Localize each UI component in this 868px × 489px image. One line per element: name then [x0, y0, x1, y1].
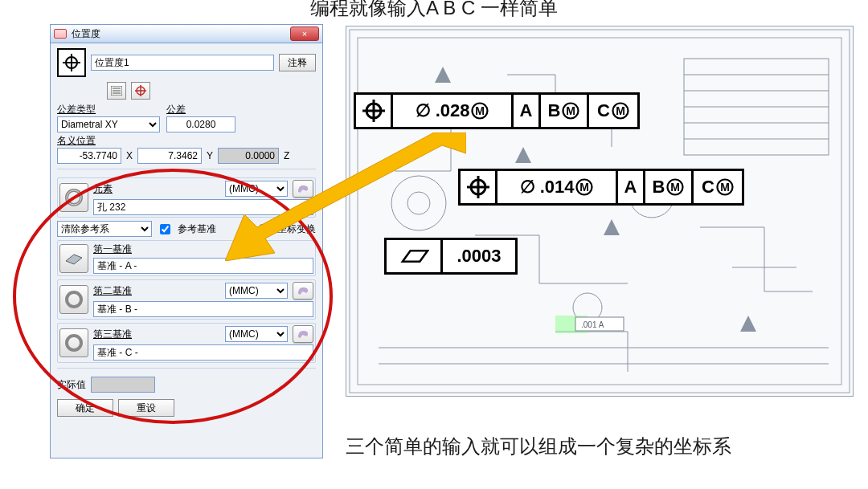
svg-text:M: M [720, 181, 730, 194]
list-icon-button[interactable] [107, 82, 126, 100]
nominal-y-axis-label: Y [207, 150, 213, 161]
fcf1-datum-b: B [548, 100, 561, 121]
mmc-icon: M [562, 102, 579, 120]
fcf1-datum-a: A [514, 95, 541, 127]
reset-button[interactable]: 重设 [118, 399, 174, 417]
ref-datum-checkbox[interactable] [160, 224, 170, 234]
ok-button[interactable]: 确定 [57, 399, 113, 417]
datum1-value-input[interactable] [93, 258, 313, 274]
coord-transform-checkbox[interactable] [260, 224, 270, 234]
datum2-label: 第二基准 [93, 284, 220, 298]
coord-transform-label: 坐标变换 [277, 222, 316, 236]
ref-datum-label: 参考基准 [178, 222, 216, 236]
element-palette-button[interactable] [293, 180, 313, 198]
fcf1-tolerance: .028 [436, 100, 470, 121]
datum2-value-input[interactable] [93, 301, 313, 317]
circle-icon [63, 289, 84, 310]
element-mmc-select[interactable]: (MMC) [225, 181, 288, 197]
circle-icon [63, 332, 84, 353]
palette-icon [297, 184, 309, 194]
true-position-icon [63, 54, 80, 71]
mmc-icon: M [612, 102, 629, 120]
target-icon-button[interactable] [131, 82, 150, 100]
tolerance-type-select[interactable]: Diametral XY [57, 116, 160, 132]
flatness-value: .0003 [443, 240, 515, 272]
nominal-label: 名义位置 [57, 134, 316, 148]
list-icon [111, 86, 122, 96]
svg-marker-32 [604, 219, 620, 235]
fcf2-datum-c: C [702, 177, 714, 198]
blueprint-drawing: .001 A [346, 26, 854, 397]
caption-top: 编程就像输入A B C 一样简单 [0, 0, 868, 21]
annotate-button[interactable]: 注释 [279, 54, 316, 71]
clear-reference-select[interactable]: 清除参考系 [57, 221, 152, 237]
dialog-titlebar[interactable]: 位置度 × [51, 25, 322, 43]
svg-marker-33 [740, 316, 756, 332]
datum3-palette-button[interactable] [293, 325, 313, 343]
mmc-icon: M [666, 178, 684, 196]
target-icon [135, 85, 146, 96]
svg-text:M: M [671, 181, 681, 194]
fcf2-datum-b: B [653, 177, 665, 198]
fcf-callout-1: ∅ .028 M A B M C M [354, 92, 640, 129]
svg-text:M: M [567, 104, 576, 117]
tolerance-input[interactable] [166, 116, 235, 132]
palette-icon [297, 329, 309, 339]
true-position-icon-box [57, 48, 86, 77]
svg-point-14 [67, 336, 81, 350]
feature-name-input[interactable] [91, 55, 274, 71]
palette-icon [297, 286, 309, 295]
datum1-pick-button[interactable] [59, 244, 88, 273]
circle-icon [63, 187, 84, 208]
nominal-x-axis-label: X [126, 150, 133, 161]
plane-icon [63, 250, 85, 267]
element-label: 元素 [93, 182, 220, 196]
datum3-pick-button[interactable] [59, 328, 88, 357]
svg-point-18 [407, 192, 430, 214]
svg-rect-16 [358, 38, 841, 385]
svg-rect-15 [350, 30, 850, 393]
mmc-icon: M [575, 178, 593, 196]
datum3-value-input[interactable] [93, 344, 313, 361]
datum2-pick-button[interactable] [59, 285, 88, 314]
element-pick-button[interactable] [59, 183, 88, 212]
fcf2-tolerance: .014 [540, 177, 575, 198]
dialog-app-icon [54, 29, 67, 39]
svg-marker-31 [515, 147, 531, 163]
tolerance-label: 公差 [166, 103, 235, 116]
close-button[interactable]: × [290, 26, 319, 41]
fcf2-datum-a: A [618, 171, 645, 203]
svg-text:M: M [616, 104, 625, 117]
svg-point-17 [391, 176, 446, 230]
nominal-z-input [218, 148, 279, 164]
element-value-input[interactable] [93, 199, 313, 215]
caption-bottom: 三个简单的输入就可以组成一个复杂的坐标系 [346, 434, 852, 459]
actual-value-output [91, 377, 155, 393]
svg-text:M: M [476, 104, 485, 117]
nominal-y-input[interactable] [137, 148, 202, 164]
svg-marker-12 [66, 255, 82, 264]
nominal-x-input[interactable] [57, 148, 121, 164]
datum3-label: 第三基准 [93, 328, 220, 341]
datum3-mmc-select[interactable]: (MMC) [225, 326, 288, 342]
fcf2-diameter-icon: ∅ [520, 177, 535, 198]
svg-marker-30 [435, 67, 451, 83]
flatness-icon [398, 247, 429, 265]
fcf1-diameter-icon: ∅ [416, 100, 431, 121]
svg-point-13 [67, 292, 81, 307]
datum2-palette-button[interactable] [293, 282, 313, 300]
actual-value-label: 实际值 [57, 378, 86, 392]
svg-marker-55 [403, 251, 428, 262]
flatness-callout: .0003 [384, 238, 518, 275]
dialog-title: 位置度 [72, 27, 290, 41]
true-position-icon [467, 176, 489, 198]
mmc-icon: M [716, 178, 734, 196]
fcf-callout-2: ∅ .014 M A B M C M [458, 169, 744, 206]
svg-point-11 [67, 190, 81, 205]
datum2-mmc-select[interactable]: (MMC) [225, 283, 288, 299]
tolerance-type-label: 公差类型 [57, 103, 162, 116]
fcf1-datum-c: C [597, 100, 610, 121]
svg-text:M: M [580, 181, 590, 194]
mmc-icon: M [471, 102, 489, 120]
blueprint-svg: .001 A [346, 26, 853, 396]
